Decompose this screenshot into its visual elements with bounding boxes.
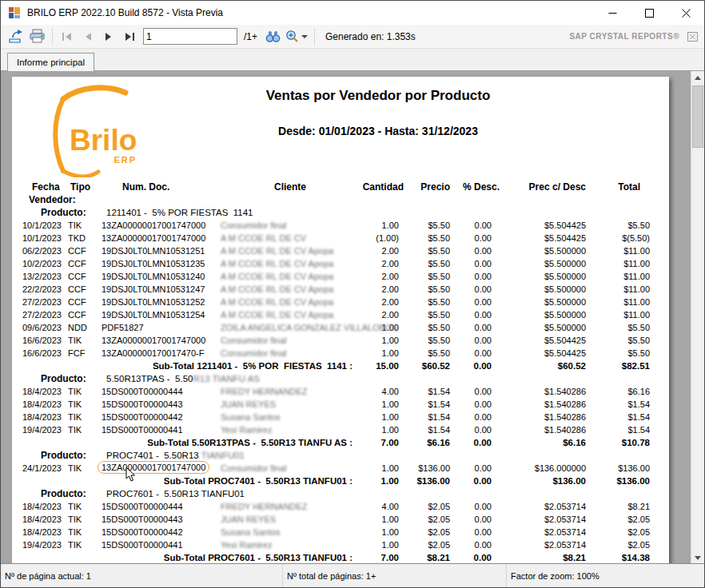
numdoc-text[interactable]: 15DS000T00000443 xyxy=(102,514,183,524)
cell-desc: 0.00 xyxy=(456,462,506,475)
cell-fecha: 19/4/2023 xyxy=(12,538,68,551)
export-button[interactable] xyxy=(6,26,26,47)
cell-total: $8.21 xyxy=(589,500,650,513)
cell-numdoc: 15DS000T00000444 xyxy=(102,385,218,398)
minimize-icon xyxy=(608,9,617,18)
numdoc-text[interactable]: 13ZA000000170017470-F xyxy=(102,348,204,358)
window-controls xyxy=(594,1,704,25)
numdoc-text[interactable]: 19DSJ0LT0LMN10531235 xyxy=(102,259,205,268)
cell-prec-cdesc: $5.500000 xyxy=(506,308,589,321)
cell-precio: $5.50 xyxy=(407,283,456,296)
cell-numdoc: 13ZA00000017001747000 xyxy=(102,334,218,347)
cell-prec-cdesc: $136.000000 xyxy=(506,462,589,475)
subtotal-desc: 0.00 xyxy=(456,436,506,449)
subtotal-precio: $8.21 xyxy=(407,551,456,564)
cell-fecha: 13/2/2023 xyxy=(12,270,68,283)
cell-prec-cdesc: $5.500000 xyxy=(506,244,589,257)
numdoc-text[interactable]: 19DSJ0LT0LMN10531247 xyxy=(102,284,205,294)
report-title: Ventas por Vendedor por Producto xyxy=(172,88,584,104)
search-button[interactable] xyxy=(262,26,283,47)
close-button[interactable] xyxy=(667,1,704,25)
prev-page-button[interactable] xyxy=(78,26,98,47)
last-page-icon xyxy=(124,32,135,42)
brand-close-button[interactable] xyxy=(687,32,698,42)
scroll-up-button[interactable] xyxy=(691,71,704,85)
first-page-button[interactable] xyxy=(57,26,78,47)
cell-total: $2.05 xyxy=(589,513,650,526)
cell-cliente: ZOILA ANGELICA GONZALEZ VILLALOBOS xyxy=(218,321,362,334)
brilo-logo: Brilo ERP xyxy=(47,80,146,181)
cell-total: $5.50 xyxy=(589,347,650,360)
cell-tipo: CCF xyxy=(68,296,102,308)
numdoc-text[interactable]: 13ZA00000017001747000 xyxy=(102,336,205,345)
cell-total: $(5.50) xyxy=(589,232,650,244)
numdoc-text[interactable]: 15DS000T00000442 xyxy=(102,412,183,422)
numdoc-text[interactable]: 15DS000T00000444 xyxy=(102,387,183,396)
scroll-down-icon xyxy=(695,556,701,560)
last-page-button[interactable] xyxy=(119,26,140,47)
titlebar: BRILO ERP 2022.10 Build 8572 - Vista Pre… xyxy=(1,1,704,25)
cell-cliente: A M CCOE RL DE CV Apopa xyxy=(218,283,362,296)
tabstrip: Informe principal xyxy=(1,49,704,71)
cell-prec-cdesc: $5.504425 xyxy=(506,347,589,360)
cell-precio: $2.05 xyxy=(407,500,456,513)
cell-prec-cdesc: $1.540286 xyxy=(506,385,589,398)
zoom-button[interactable] xyxy=(283,26,310,47)
cell-precio: $1.54 xyxy=(407,398,456,411)
next-page-icon xyxy=(104,32,114,42)
numdoc-text[interactable]: 13ZA00000017001747000 xyxy=(102,233,205,243)
subtotal-row: Sub-Total PROC7601 - 5.50R13 TIANFU01 :7… xyxy=(12,551,669,564)
print-button[interactable] xyxy=(26,26,48,47)
numdoc-text[interactable]: 19DSJ0LT0LMN10531252 xyxy=(102,297,205,307)
cell-cliente: Consumidor final xyxy=(218,219,362,232)
product-code-text: 5.50R13TPAS - 5.50 xyxy=(106,374,193,383)
status-total-pages: Nº total de páginas: 1+ xyxy=(282,564,506,587)
cell-prec-cdesc: $5.500000 xyxy=(506,321,589,334)
cell-prec-cdesc: $5.504425 xyxy=(506,232,589,244)
subtotal-precio: $136.00 xyxy=(407,475,456,487)
cell-prec-cdesc: $2.053714 xyxy=(506,500,589,513)
cell-tipo: TIK xyxy=(68,423,102,436)
numdoc-text[interactable]: 15DS000T00000443 xyxy=(102,399,183,409)
page-number-input[interactable] xyxy=(143,28,237,45)
cell-cliente: A M CCOE RL DE CV Apopa xyxy=(218,257,362,270)
numdoc-text[interactable]: 19DSJ0LT0LMN10531251 xyxy=(102,246,205,256)
table-row: 19/4/2023TIK15DS000T00000441Yesi Ramirez… xyxy=(12,423,669,436)
numdoc-text[interactable]: 13ZA00000017001747000 xyxy=(98,461,209,474)
cell-total: $11.00 xyxy=(589,257,650,270)
numdoc-text[interactable]: 13ZA00000017001747000 xyxy=(102,220,205,230)
cell-numdoc: 15DS000T00000442 xyxy=(102,411,218,423)
numdoc-text[interactable]: 15DS000T00000441 xyxy=(102,425,183,435)
numdoc-text[interactable]: 15DS000T00000444 xyxy=(102,502,183,511)
cell-desc: 0.00 xyxy=(456,283,506,296)
next-page-button[interactable] xyxy=(98,26,119,47)
tab-informe-principal[interactable]: Informe principal xyxy=(7,53,94,71)
cell-precio: $5.50 xyxy=(407,347,456,360)
numdoc-text[interactable]: 15DS000T00000441 xyxy=(102,540,183,550)
cell-fecha: 10/1/2023 xyxy=(12,219,68,232)
subtotal-cantidad: 7.00 xyxy=(362,551,407,564)
minimize-button[interactable] xyxy=(594,1,631,25)
cell-precio: $5.50 xyxy=(407,270,456,283)
numdoc-text[interactable]: 19DSJ0LT0LMN10531254 xyxy=(102,310,205,320)
cell-tipo: TIK xyxy=(68,538,102,551)
report-header: Brilo ERP Ventas por Vendedor por Produc… xyxy=(12,77,669,181)
cell-tipo: CCF xyxy=(68,283,102,296)
cell-fecha: 18/4/2023 xyxy=(12,526,68,538)
cell-total: $11.00 xyxy=(589,270,650,283)
maximize-button[interactable] xyxy=(631,1,667,25)
cell-desc: 0.00 xyxy=(456,244,506,257)
cell-cantidad: 2.00 xyxy=(362,257,407,270)
cell-tipo: FCF xyxy=(68,347,102,360)
scrollbar-thumb[interactable] xyxy=(692,85,703,148)
cell-cliente: Yesi Ramirez xyxy=(218,538,362,551)
cell-desc: 0.00 xyxy=(456,270,506,283)
subtotal-prec-cdesc: $136.00 xyxy=(506,475,589,487)
cell-fecha: 10/2/2023 xyxy=(12,257,68,270)
vertical-scrollbar[interactable] xyxy=(691,71,704,565)
numdoc-text[interactable]: PDF51827 xyxy=(102,323,144,332)
numdoc-text[interactable]: 15DS000T00000442 xyxy=(102,527,183,537)
cell-precio: $5.50 xyxy=(407,244,456,257)
numdoc-text[interactable]: 19DSJ0LT0LMN10531240 xyxy=(102,272,205,281)
cell-tipo: TIK xyxy=(68,513,102,526)
